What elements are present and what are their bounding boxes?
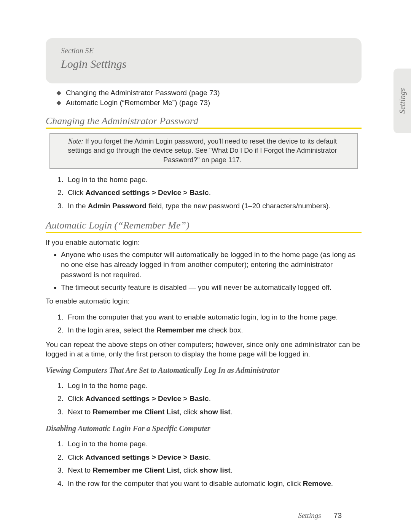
text: In the [68,202,88,210]
side-tab-label: Settings [398,88,407,113]
diamond-icon [56,101,61,105]
step: From the computer that you want to enabl… [65,312,362,323]
note-text: If you forget the Admin Login password, … [68,137,337,164]
footer-page-number: 73 [334,511,342,519]
ui-path-part: Advanced settings [85,189,150,197]
text: . [231,466,233,474]
note-box: Note: If you forget the Admin Login pass… [49,133,358,169]
side-tab: Settings [393,69,411,133]
text: . [209,395,211,403]
toc-text: Automatic Login (“Remember Me”) (page 73… [66,99,210,107]
text: . [209,453,211,461]
ui-path-part: Device [158,395,181,403]
text: . [331,479,333,487]
ui-path-part: Basic [190,189,209,197]
text: In the login area, select the [68,326,156,334]
text: . [231,408,233,416]
step: Click Advanced settings > Device > Basic… [65,187,362,198]
ui-path-part: Device [158,453,181,461]
ui-path-part: Advanced settings [85,395,150,403]
heading-rule [46,232,362,233]
paragraph: To enable automatic login: [46,296,362,306]
chevron-right-icon: > [181,453,190,461]
chevron-right-icon: > [181,395,190,403]
step: Next to Remember me Client List, click s… [65,465,362,476]
paragraph: If you enable automatic login: [46,238,362,248]
chevron-right-icon: > [181,189,190,197]
ui-field-name: Remember me Client List [92,466,179,474]
diamond-icon [56,91,61,96]
toc-item: Automatic Login (“Remember Me”) (page 73… [57,99,358,107]
chevron-right-icon: > [150,453,158,461]
ui-action: show list [199,466,230,474]
text: check box. [206,326,243,334]
bullet: Anyone who uses the computer will automa… [61,250,362,280]
chevron-right-icon: > [150,189,158,197]
step: Next to Remember me Client List, click s… [65,406,362,417]
steps-enable-autologin: From the computer that you want to enabl… [46,312,362,336]
page-footer: Settings 73 [298,511,342,520]
ui-action: Remove [303,479,331,487]
ui-path-part: Basic [190,395,209,403]
subheading-viewing-computers: Viewing Computers That Are Set to Automa… [46,366,362,375]
text: , click [180,408,200,416]
ui-field-name: Remember me Client List [92,408,179,416]
step: Log in to the home page. [65,174,362,185]
note-label: Note: [68,137,83,145]
step: Log in to the home page. [65,438,362,449]
ui-field-name: Admin Password [88,202,147,210]
text: field, type the new password (1–20 chara… [147,202,331,210]
step: In the row for the computer that you wan… [65,478,362,489]
page-content: Section 5E Login Settings Changing the A… [46,38,362,492]
heading-rule [46,128,362,129]
ui-action: show list [199,408,230,416]
footer-category: Settings [298,511,321,519]
step: In the login area, select the Remember m… [65,324,362,335]
steps-change-password: Log in to the home page. Click Advanced … [46,174,362,211]
section-header: Section 5E Login Settings [46,38,362,83]
toc-text: Changing the Administrator Password (pag… [66,89,220,97]
section-title: Login Settings [61,58,346,70]
subheading-disable-autologin: Disabling Automatic Login For a Specific… [46,424,362,433]
step: In the Admin Password field, type the ne… [65,200,362,211]
text: , click [180,466,200,474]
bullet-list: Anyone who uses the computer will automa… [46,250,362,292]
bullet: The timeout security feature is disabled… [61,283,362,293]
step: Log in to the home page. [65,380,362,391]
toc-item: Changing the Administrator Password (pag… [57,89,358,97]
text: In the row for the computer that you wan… [68,479,303,487]
text: Click [68,395,85,403]
steps-disable-autologin: Log in to the home page. Click Advanced … [46,438,362,489]
text: Click [68,189,85,197]
heading-automatic-login: Automatic Login (“Remember Me”) [46,220,362,231]
text: Click [68,453,85,461]
text: Next to [68,466,92,474]
toc: Changing the Administrator Password (pag… [57,89,358,107]
text: . [209,189,211,197]
ui-field-name: Remember me [156,326,206,334]
heading-changing-password: Changing the Administrator Password [46,115,362,127]
ui-path-part: Advanced settings [85,453,150,461]
ui-path-part: Basic [190,453,209,461]
step: Click Advanced settings > Device > Basic… [65,393,362,404]
section-label: Section 5E [61,46,346,55]
steps-view-autologin: Log in to the home page. Click Advanced … [46,380,362,417]
paragraph: You can repeat the above steps on other … [46,340,362,359]
text: Next to [68,408,92,416]
step: Click Advanced settings > Device > Basic… [65,452,362,463]
chevron-right-icon: > [150,395,158,403]
ui-path-part: Device [158,189,181,197]
